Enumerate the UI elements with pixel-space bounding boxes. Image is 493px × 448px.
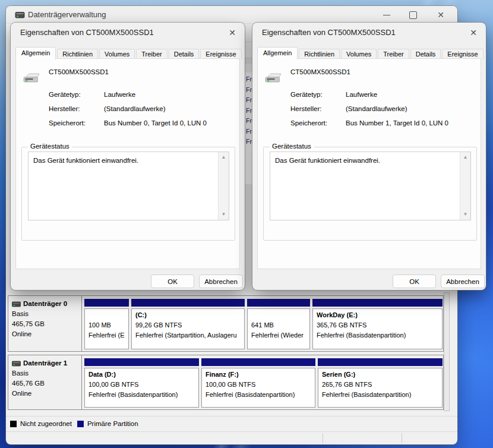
partition-workday-e[interactable]: WorkDay (E:) 365,76 GB NTFS Fehlerfrei (… xyxy=(312,296,443,351)
disk-status: Online xyxy=(12,389,78,399)
tab-allgemein[interactable]: Allgemein xyxy=(257,47,298,59)
close-icon: ✕ xyxy=(437,10,444,20)
disk-view-scrollbar[interactable] xyxy=(444,292,450,411)
dialog-close-button[interactable]: ✕ xyxy=(225,26,240,40)
disk-type: Basis xyxy=(12,309,78,319)
scroll-down-icon[interactable]: ▼ xyxy=(460,210,470,219)
drive-device-icon xyxy=(265,72,282,86)
partition-color-bar xyxy=(131,299,245,307)
small-disk-icon xyxy=(12,361,21,367)
legend-unallocated-label: Nicht zugeordnet xyxy=(20,420,72,427)
disk-size: 465,75 GB xyxy=(12,319,78,329)
scroll-up-icon[interactable]: ▲ xyxy=(219,153,229,162)
field-label: Hersteller: xyxy=(49,105,104,112)
tab-allgemein[interactable]: Allgemein xyxy=(15,47,56,59)
field-label: Gerätetyp: xyxy=(290,91,346,98)
statusbar-separator xyxy=(402,433,402,443)
partition-box[interactable]: (C:) 99,26 GB NTFS Fehlerfrei (Startpart… xyxy=(131,308,245,349)
group-label: Gerätestatus xyxy=(28,143,72,150)
titlebar[interactable]: Datenträgerverwaltung ✕ xyxy=(6,6,457,24)
partition-color-bar xyxy=(201,358,315,366)
field-value: (Standardlaufwerke) xyxy=(346,105,407,112)
disk-name: Datenträger 0 xyxy=(23,299,67,309)
device-name: CT500MX500SSD1 xyxy=(290,68,350,75)
partition-box[interactable]: Data (D:) 100,00 GB NTFS Fehlerfrei (Bas… xyxy=(84,368,199,408)
scroll-up-icon[interactable]: ▲ xyxy=(460,153,470,162)
partition-color-bar xyxy=(84,358,199,366)
maximize-button[interactable] xyxy=(401,6,425,24)
field-value: Laufwerke xyxy=(104,91,135,98)
partition-box[interactable]: Finanz (F:) 100,00 GB NTFS Fehlerfrei (B… xyxy=(201,368,315,408)
partition-box[interactable]: 641 MB Fehlerfrei (Wieder xyxy=(247,308,310,349)
status-scrollbar[interactable]: ▲ ▼ xyxy=(218,152,229,220)
ok-button[interactable]: OK xyxy=(393,275,436,288)
partition-system-reserved[interactable]: 100 MB Fehlerfrei (E xyxy=(84,296,129,351)
field-value: Bus Number 0, Target Id 0, LUN 0 xyxy=(104,119,207,127)
tab-strip: AllgemeinRichtlinienVolumesTreiberDetail… xyxy=(257,47,485,59)
window-title: Datenträgerverwaltung xyxy=(28,10,106,19)
partition-data-d[interactable]: Data (D:) 100,00 GB NTFS Fehlerfrei (Bas… xyxy=(84,355,199,409)
legend-primary-swatch xyxy=(77,421,84,427)
status-bar xyxy=(6,431,457,445)
field-value: Bus Number 1, Target Id 0, LUN 0 xyxy=(346,119,448,127)
disk-1-label-cell[interactable]: Datenträger 1 Basis 465,76 GB Online xyxy=(8,355,82,409)
small-disk-icon xyxy=(12,301,21,307)
desktop: Datenträgerverwaltung ✕ Fre Fre Fre Fre … xyxy=(0,0,493,448)
tab-page-allgemein: CT500MX500SSD1 Gerätetyp:Laufwerke Herst… xyxy=(15,58,240,269)
dialog-close-button[interactable]: ✕ xyxy=(466,26,481,40)
properties-dialog-disk0: Eigenschaften von CT500MX500SSD1 ✕ Allge… xyxy=(11,23,245,290)
ok-button[interactable]: OK xyxy=(151,275,194,288)
partition-color-bar xyxy=(247,299,310,307)
disk-row-1: Datenträger 1 Basis 465,76 GB Online Dat… xyxy=(8,355,444,410)
disk-row-0: Datenträger 0 Basis 465,75 GB Online 100… xyxy=(8,295,444,352)
cancel-button[interactable]: Abbrechen xyxy=(441,275,485,288)
legend: Nicht zugeordnet Primäre Partition xyxy=(6,416,457,431)
field-label: Speicherort: xyxy=(290,119,346,127)
dialog-title: Eigenschaften von CT500MX500SSD1 xyxy=(262,28,396,37)
close-button[interactable]: ✕ xyxy=(427,6,454,24)
field-label: Hersteller: xyxy=(290,105,346,112)
tab-strip: AllgemeinRichtlinienVolumesTreiberDetail… xyxy=(15,47,243,59)
partition-serien-g[interactable]: Serien (G:) 265,76 GB NTFS Fehlerfrei (B… xyxy=(318,355,443,409)
device-status-group: Gerätestatus Das Gerät funktioniert einw… xyxy=(21,147,235,241)
disk-status: Online xyxy=(12,329,78,339)
partition-color-bar xyxy=(318,358,443,366)
dialog-title: Eigenschaften von CT500MX500SSD1 xyxy=(20,28,154,37)
legend-unallocated-swatch xyxy=(10,421,17,427)
partition-box[interactable]: 100 MB Fehlerfrei (E xyxy=(84,308,129,349)
scroll-down-icon[interactable]: ▼ xyxy=(219,210,229,219)
disk-0-label-cell[interactable]: Datenträger 0 Basis 465,75 GB Online xyxy=(8,296,82,351)
device-status-box: Das Gerät funktioniert einwandfrei. ▲ ▼ xyxy=(270,152,471,220)
maximize-icon xyxy=(409,11,417,19)
partition-color-bar xyxy=(312,299,443,307)
field-value: (Standardlaufwerke) xyxy=(104,105,166,112)
field-label: Gerätetyp: xyxy=(49,91,104,98)
drive-device-icon xyxy=(23,72,40,86)
disk-name: Datenträger 1 xyxy=(23,358,67,368)
field-label: Speicherort: xyxy=(49,119,104,127)
disk-size: 465,76 GB xyxy=(12,378,78,389)
partition-recovery[interactable]: 641 MB Fehlerfrei (Wieder xyxy=(247,296,310,351)
partition-c[interactable]: (C:) 99,26 GB NTFS Fehlerfrei (Startpart… xyxy=(131,296,245,351)
partition-finanz-f[interactable]: Finanz (F:) 100,00 GB NTFS Fehlerfrei (B… xyxy=(201,355,315,409)
partition-box[interactable]: Serien (G:) 265,76 GB NTFS Fehlerfrei (B… xyxy=(318,368,443,408)
device-name: CT500MX500SSD1 xyxy=(49,68,109,75)
properties-dialog-disk1: Eigenschaften von CT500MX500SSD1 ✕ Allge… xyxy=(252,23,486,290)
minimize-button[interactable] xyxy=(375,6,399,24)
status-scrollbar[interactable]: ▲ ▼ xyxy=(460,152,470,220)
field-value: Laufwerke xyxy=(346,91,377,98)
partition-box[interactable]: WorkDay (E:) 365,76 GB NTFS Fehlerfrei (… xyxy=(312,308,443,349)
device-status-group: Gerätestatus Das Gerät funktioniert einw… xyxy=(263,147,477,241)
statusbar-separator xyxy=(323,433,323,443)
device-status-box: Das Gerät funktioniert einwandfrei. ▲ ▼ xyxy=(28,152,229,220)
minimize-icon xyxy=(383,15,390,15)
tab-page-allgemein: CT500MX500SSD1 Gerätetyp:Laufwerke Herst… xyxy=(257,58,481,269)
disk-type: Basis xyxy=(12,368,78,378)
disk-drive-icon xyxy=(15,11,25,21)
device-status-text: Das Gerät funktioniert einwandfrei. xyxy=(33,156,213,165)
legend-primary-label: Primäre Partition xyxy=(87,420,138,427)
cancel-button[interactable]: Abbrechen xyxy=(199,275,243,288)
device-status-text: Das Gerät funktioniert einwandfrei. xyxy=(275,156,455,165)
partition-color-bar xyxy=(84,299,129,307)
group-label: Gerätestatus xyxy=(270,143,314,150)
